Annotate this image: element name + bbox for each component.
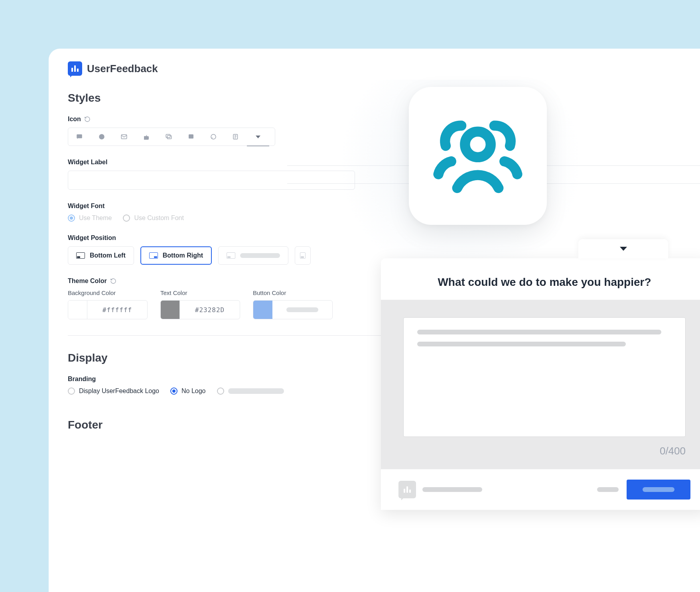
placeholder-text [228, 388, 284, 394]
position-icon-br [149, 252, 158, 259]
position-icon-bl [76, 252, 85, 259]
text-color-hex: #23282D [180, 301, 240, 319]
widget-textarea[interactable] [403, 317, 686, 437]
button-color-hex [272, 301, 332, 319]
svg-rect-4 [167, 136, 172, 139]
icon-option-thumbs-up[interactable] [135, 128, 158, 146]
placeholder-text [240, 253, 280, 258]
bg-color-swatch [68, 301, 87, 319]
branding-heading: Branding [68, 376, 96, 383]
widget-position-heading: Widget Position [68, 234, 116, 242]
svg-rect-5 [189, 134, 193, 139]
icon-option-envelope[interactable] [113, 128, 135, 146]
brand-logo-icon [68, 61, 82, 76]
bg-color-label: Background Color [68, 289, 148, 296]
icon-option-chat-lines[interactable] [158, 128, 180, 146]
svg-rect-3 [166, 134, 170, 138]
branding-option-3[interactable] [217, 387, 284, 395]
section-styles-title: Styles [68, 92, 681, 104]
placeholder-text [422, 487, 482, 492]
font-option-use-custom[interactable]: Use Custom Font [123, 214, 183, 222]
widget-preview: What could we do to make you happier? 0/… [381, 258, 700, 510]
bg-color-hex: #ffffff [87, 301, 147, 319]
position-bottom-right-label: Bottom Right [163, 252, 203, 259]
text-color-label: Text Color [160, 289, 240, 296]
font-use-theme-label: Use Theme [79, 214, 112, 222]
position-bottom-left[interactable]: Bottom Left [68, 246, 134, 265]
button-color-label: Button Color [253, 289, 333, 296]
position-bottom-left-label: Bottom Left [90, 252, 126, 259]
branding-display-logo-label: Display UserFeedback Logo [79, 387, 159, 395]
icon-option-smiley[interactable] [91, 128, 113, 146]
widget-label-heading: Widget Label [68, 159, 107, 166]
reset-icon[interactable] [84, 116, 91, 122]
svg-point-1 [99, 134, 105, 140]
icon-option-chat-bubble[interactable] [68, 128, 91, 146]
icon-option-speech[interactable] [202, 128, 225, 146]
branding-option-display-logo[interactable]: Display UserFeedback Logo [68, 387, 159, 395]
position-bottom-right[interactable]: Bottom Right [140, 246, 212, 265]
icon-field-label: Icon [68, 116, 81, 123]
brand: UserFeedback [68, 61, 681, 76]
svg-point-8 [465, 132, 491, 157]
branding-option-no-logo[interactable]: No Logo [170, 387, 206, 395]
users-group-icon [432, 110, 524, 202]
widget-footer-logo-icon [398, 481, 416, 498]
char-count: 0/400 [403, 445, 686, 457]
text-color-input[interactable]: #23282D [160, 300, 240, 319]
field-widget-font: Widget Font Use Theme Use Custom Font [68, 203, 681, 222]
button-color-swatch [253, 301, 272, 319]
widget-submit-button[interactable] [627, 480, 690, 500]
font-use-custom-label: Use Custom Font [134, 214, 183, 222]
widget-label-input[interactable] [68, 171, 355, 190]
icon-option-star-tag[interactable] [180, 128, 202, 146]
field-widget-label: Widget Label [68, 159, 681, 190]
theme-color-heading: Theme Color [68, 277, 107, 285]
brand-name: UserFeedback [87, 63, 158, 75]
widget-collapse-tab[interactable] [578, 239, 668, 258]
icon-toolbar [68, 128, 275, 146]
icon-option-notes[interactable] [225, 128, 247, 146]
bg-color-input[interactable]: #ffffff [68, 300, 148, 319]
field-icon: Icon [68, 116, 681, 146]
svg-rect-0 [77, 134, 82, 138]
widget-font-heading: Widget Font [68, 203, 105, 210]
widget-question: What could we do to make you happier? [401, 276, 688, 289]
chevron-down-icon [256, 136, 260, 138]
reset-icon[interactable] [110, 278, 116, 284]
placeholder-text [597, 487, 619, 492]
position-option-4[interactable] [295, 246, 311, 265]
position-icon-3 [227, 252, 235, 259]
font-option-use-theme[interactable]: Use Theme [68, 214, 112, 222]
button-color-input[interactable] [253, 300, 333, 319]
icon-option-more-dropdown[interactable] [247, 128, 269, 146]
preview-app-icon [409, 87, 547, 225]
branding-no-logo-label: No Logo [181, 387, 206, 395]
text-color-swatch [161, 301, 180, 319]
position-option-3[interactable] [218, 246, 288, 265]
position-icon-4 [300, 252, 306, 259]
